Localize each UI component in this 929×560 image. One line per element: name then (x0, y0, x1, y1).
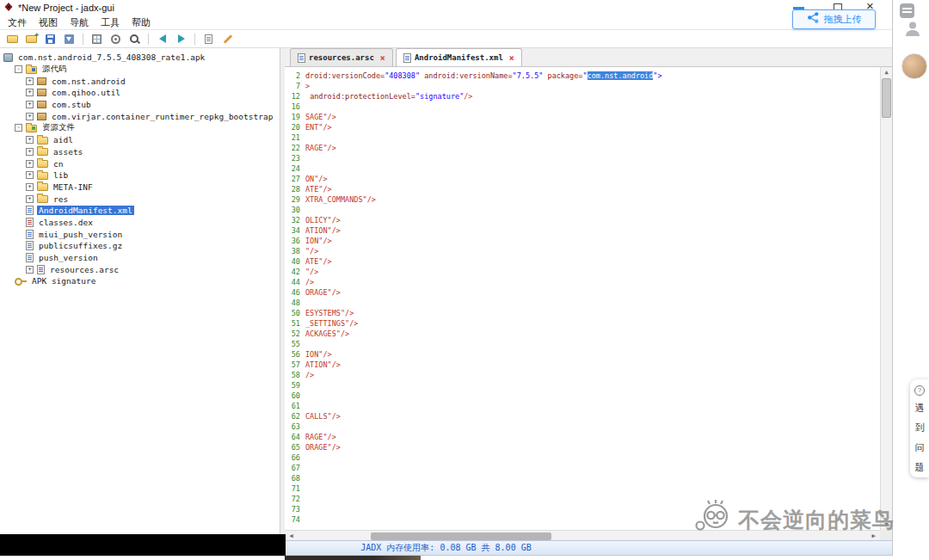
line-number: 21 (285, 132, 305, 143)
tree-item-push-version[interactable]: push_version (37, 253, 100, 262)
toolbar-separator (148, 34, 149, 45)
horizontal-scroll-thumb[interactable] (371, 532, 551, 540)
tree-item-6[interactable]: 资源文件 (40, 122, 77, 133)
log-viewer-button[interactable] (200, 31, 217, 46)
menu-item-4[interactable]: 工具 (95, 15, 126, 30)
vertical-scroll-thumb[interactable] (882, 78, 891, 118)
menu-item-5[interactable]: 帮助 (126, 15, 157, 30)
tree-item-cn[interactable]: cn (52, 159, 65, 169)
tree-item-apk-signature[interactable]: APK signature (30, 276, 97, 286)
code-text: RAGE"/> (305, 432, 336, 442)
tree-item-com-qihoo-util[interactable]: com.qihoo.util (50, 88, 122, 97)
tree-item-com-virjar-container-runtimer-repkg-bootstrap[interactable]: com.virjar.container_runtimer_repkg_boot… (50, 112, 274, 121)
tree-item-com-nst-android-7-5-5-408308-rate1-apk[interactable]: com.nst.android_7.5.5_408308_rate1.apk (16, 52, 206, 62)
code-line: 23 (285, 153, 892, 163)
tree-item-aidl[interactable]: aidl (52, 135, 75, 145)
code-line: 28ATE"/> (285, 184, 892, 194)
code-line: 56ION"/> (285, 349, 892, 360)
user-profile-icon[interactable] (904, 20, 921, 37)
tree-expander-icon[interactable]: + (26, 136, 34, 144)
line-number: 52 (285, 329, 305, 339)
menu-bar: 文件视图导航工具帮助 (0, 15, 892, 30)
code-line: 61 (285, 401, 892, 411)
tab-close-icon[interactable]: × (509, 53, 514, 63)
code-line: 57ATION"/> (285, 360, 892, 370)
preferences-button[interactable] (108, 31, 124, 46)
code-editor[interactable]: 2droid:versionCode="408308" android:vers… (285, 67, 892, 541)
help-char-2: 到 (915, 422, 925, 434)
line-number: 42 (285, 267, 305, 277)
code-line: 58/> (285, 370, 892, 380)
tree-expander-icon[interactable]: + (26, 266, 34, 274)
tree-expander-icon[interactable]: + (26, 113, 34, 120)
menu-item-2[interactable]: 视图 (33, 15, 64, 30)
scroll-up-icon[interactable]: ▲ (881, 67, 892, 77)
tree-row-push-version: push_version (0, 252, 280, 264)
vertical-scrollbar[interactable]: ▲ ▼ (880, 67, 892, 530)
title-bar: *New Project - jadx-gui × (0, 0, 892, 15)
tree-item-res[interactable]: res (52, 194, 70, 204)
doc-arsc-icon (37, 265, 45, 274)
tree-expander-icon[interactable]: - (15, 124, 22, 132)
tree-expander-icon[interactable]: + (26, 148, 34, 156)
tree-expander-icon[interactable]: + (26, 183, 34, 191)
code-line: 30 (285, 205, 892, 215)
menu-item-1[interactable]: 文件 (2, 15, 33, 30)
nav-back-button[interactable] (154, 31, 170, 46)
save-all-icon (46, 34, 55, 44)
notes-app-icon[interactable] (900, 3, 914, 18)
screen: *New Project - jadx-gui × 文件视图导航工具帮助 com… (0, 0, 929, 560)
avatar[interactable] (901, 53, 927, 79)
help-widget[interactable]: ? 遇到问题 (910, 379, 929, 477)
nav-forward-button[interactable] (173, 31, 189, 46)
tree-item-com-nst-android[interactable]: com.nst.android (50, 77, 127, 86)
code-line: 27ON"/> (285, 174, 892, 184)
tree-expander-icon[interactable]: + (26, 89, 34, 96)
tool-bar (0, 30, 892, 48)
tree-item-lib[interactable]: lib (52, 170, 70, 180)
tree-item-1[interactable]: 源代码 (40, 64, 69, 75)
open-file-button[interactable] (4, 31, 21, 46)
background-image-strip (285, 556, 421, 560)
help-char-3: 问 (915, 441, 925, 454)
tree-expander-icon[interactable]: + (26, 101, 34, 108)
class-search-button[interactable] (89, 31, 105, 46)
line-number: 48 (285, 298, 305, 308)
line-number: 59 (285, 380, 305, 391)
tree-expander-icon[interactable]: + (26, 77, 34, 85)
text-search-button[interactable] (126, 31, 143, 46)
drag-upload-button[interactable]: 拖拽上传 (792, 9, 876, 29)
deobfuscation-button[interactable] (219, 31, 236, 46)
code-text: ATE"/> (305, 256, 332, 267)
code-text: CALLS"/> (305, 411, 341, 422)
code-token: android:versionName= (424, 71, 512, 80)
line-number: 27 (285, 174, 305, 184)
line-number: 36 (285, 236, 305, 246)
tree-item-miui-push-version[interactable]: miui_push_version (37, 230, 124, 239)
menu-item-3[interactable]: 导航 (64, 15, 95, 30)
tree-expander-icon[interactable]: + (26, 195, 34, 203)
code-token: ENT"/> (305, 123, 332, 132)
save-all-button[interactable] (42, 31, 58, 46)
line-number: 29 (285, 194, 305, 205)
export-button[interactable] (61, 31, 77, 46)
tree-item-androidmanifest-xml[interactable]: AndroidManifest.xml (37, 206, 134, 215)
tab-close-icon[interactable]: × (380, 53, 385, 63)
tree-expander-icon[interactable]: + (26, 171, 34, 179)
tree-item-resources-arsc[interactable]: resources.arsc (48, 265, 120, 274)
tree-item-publicsuffixes-gz[interactable]: publicsuffixes.gz (37, 241, 124, 250)
tree-expander-icon[interactable]: + (26, 160, 34, 168)
add-files-button[interactable] (23, 31, 40, 46)
code-token: ATION"/> (305, 360, 341, 369)
tab-androidmanifest-xml[interactable]: AndroidManifest.xml× (396, 48, 522, 66)
doc-icon (26, 241, 34, 250)
tree-item-classes-dex[interactable]: classes.dex (37, 218, 95, 227)
tree-item-meta-inf[interactable]: META-INF (52, 182, 95, 192)
tree-item-com-stub[interactable]: com.stub (50, 100, 93, 109)
tree-item-assets[interactable]: assets (52, 147, 84, 157)
line-number: 73 (285, 504, 305, 514)
tab-resources-arsc[interactable]: resources.arsc× (290, 48, 393, 66)
line-number: 61 (285, 401, 305, 411)
tree-expander-icon[interactable]: - (15, 65, 22, 73)
log-viewer-icon (205, 34, 212, 44)
